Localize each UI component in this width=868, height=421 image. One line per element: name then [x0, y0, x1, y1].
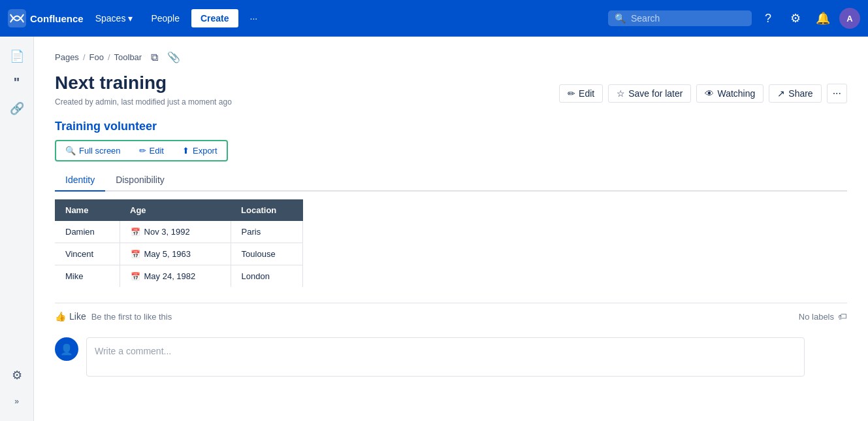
settings-icon: ⚙: [790, 11, 801, 25]
cell-name-0: Damien: [55, 221, 120, 243]
table-header: Name Age Location: [55, 199, 303, 221]
col-location: Location: [231, 199, 302, 221]
save-for-later-button[interactable]: ☆ Save for later: [608, 84, 691, 103]
create-button[interactable]: Create: [191, 9, 238, 27]
labels-section: No labels 🏷: [799, 311, 847, 322]
like-button[interactable]: 👍 Like: [55, 311, 86, 322]
sidebar-item-quotes[interactable]: ": [5, 71, 29, 94]
people-nav[interactable]: People: [144, 9, 186, 27]
page-header-actions: ✏ Edit ☆ Save for later 👁 Watching ↗ Sha…: [559, 84, 847, 103]
main-content: Pages / Foo / Toolbar ⧉ 📎 ✏ Edit ☆ Save …: [34, 37, 868, 390]
fullscreen-button[interactable]: 🔍 Full screen: [56, 141, 130, 160]
calendar-icon: 📅: [131, 272, 140, 281]
cell-age-1: 📅 May 5, 1963: [120, 243, 231, 265]
tabs: Identity Disponibility: [55, 169, 847, 192]
sidebar-bottom: ⚙ »: [5, 363, 29, 390]
pencil-icon: ✏: [568, 88, 575, 99]
edit-pencil-icon: ✏: [139, 146, 146, 156]
calendar-icon: 📅: [131, 250, 140, 259]
copy-icon: ⧉: [151, 52, 158, 63]
breadcrumb: Pages / Foo / Toolbar ⧉ 📎: [55, 50, 847, 65]
comment-section: 👤 Write a comment...: [55, 337, 847, 377]
more-actions-button[interactable]: ···: [827, 84, 847, 103]
watching-button[interactable]: 👁 Watching: [696, 84, 764, 103]
cell-location-2: London: [231, 265, 302, 288]
table-row: Mike 📅 May 24, 1982 London: [55, 265, 303, 288]
label-icon: 🏷: [838, 311, 847, 322]
table-body: Damien 📅 Nov 3, 1992 Paris Vincent 📅 May…: [55, 221, 303, 287]
star-icon: ☆: [617, 88, 625, 99]
cell-location-0: Paris: [231, 221, 302, 243]
sidebar-item-links[interactable]: 🔗: [5, 97, 29, 120]
toolbar-edit-button[interactable]: ✏ Edit: [130, 141, 173, 160]
tab-identity[interactable]: Identity: [55, 169, 105, 192]
commenter-avatar: 👤: [55, 337, 78, 361]
links-icon: 🔗: [10, 101, 24, 116]
search-input[interactable]: [631, 13, 745, 24]
thumbs-up-icon: 👍: [55, 311, 66, 322]
attachment-btn[interactable]: 📎: [165, 50, 183, 65]
toolbar-box: 🔍 Full screen ✏ Edit ⬆ Export: [55, 140, 228, 161]
calendar-icon: 📅: [131, 227, 140, 237]
tab-disponibility[interactable]: Disponibility: [105, 169, 175, 192]
edit-button[interactable]: ✏ Edit: [559, 84, 603, 103]
search-icon: 🔍: [615, 13, 626, 24]
settings-icon-btn[interactable]: ⚙: [784, 7, 807, 29]
export-button[interactable]: ⬆ Export: [173, 141, 227, 160]
cell-name-2: Mike: [55, 265, 120, 288]
fullscreen-icon: 🔍: [65, 146, 76, 156]
cell-age-0: 📅 Nov 3, 1992: [120, 221, 231, 243]
export-icon: ⬆: [182, 146, 189, 156]
breadcrumb-foo[interactable]: Foo: [89, 52, 104, 62]
navbar: Confluence Spaces ▾ People Create ··· 🔍 …: [0, 0, 868, 37]
cell-location-1: Toulouse: [231, 243, 302, 265]
col-name: Name: [55, 199, 120, 221]
share-button[interactable]: ↗ Share: [769, 84, 821, 103]
eye-icon: 👁: [705, 88, 714, 99]
breadcrumb-actions: ⧉ 📎: [148, 50, 183, 65]
avatar[interactable]: A: [839, 8, 860, 29]
section-title: Training volunteer: [55, 120, 847, 133]
share-icon: ↗: [777, 88, 785, 99]
copy-link-btn[interactable]: ⧉: [148, 50, 161, 65]
sidebar-item-pages[interactable]: 📄: [5, 44, 29, 68]
bell-icon: 🔔: [816, 11, 830, 25]
col-age: Age: [120, 199, 231, 221]
like-description: Be the first to like this: [91, 312, 172, 322]
cell-name-1: Vincent: [55, 243, 120, 265]
confluence-logo[interactable]: Confluence: [8, 9, 84, 27]
help-icon: ?: [765, 12, 771, 25]
breadcrumb-toolbar[interactable]: Toolbar: [114, 52, 142, 62]
quotes-icon: ": [14, 75, 20, 90]
no-labels-text: No labels: [799, 312, 834, 322]
gear-icon: ⚙: [12, 368, 22, 382]
cell-age-2: 📅 May 24, 1982: [120, 265, 231, 288]
help-icon-btn[interactable]: ?: [757, 7, 779, 29]
comment-placeholder: Write a comment...: [95, 346, 171, 356]
table-row: Vincent 📅 May 5, 1963 Toulouse: [55, 243, 303, 265]
comment-box[interactable]: Write a comment...: [86, 337, 805, 377]
more-nav[interactable]: ···: [244, 9, 265, 27]
breadcrumb-pages[interactable]: Pages: [55, 52, 79, 62]
sidebar-settings[interactable]: ⚙: [5, 363, 29, 387]
spaces-nav[interactable]: Spaces ▾: [89, 9, 140, 27]
pages-icon: 📄: [10, 49, 24, 63]
left-sidebar: 📄 " 🔗 ⚙ »: [0, 37, 34, 390]
table-row: Damien 📅 Nov 3, 1992 Paris: [55, 221, 303, 243]
data-table: Name Age Location Damien 📅 Nov 3, 1992 P…: [55, 199, 303, 287]
paperclip-icon: 📎: [167, 52, 180, 63]
notifications-icon-btn[interactable]: 🔔: [812, 7, 834, 29]
search-bar[interactable]: 🔍: [608, 10, 752, 26]
like-bar: 👍 Like Be the first to like this No labe…: [55, 303, 847, 322]
svg-rect-0: [8, 9, 26, 27]
